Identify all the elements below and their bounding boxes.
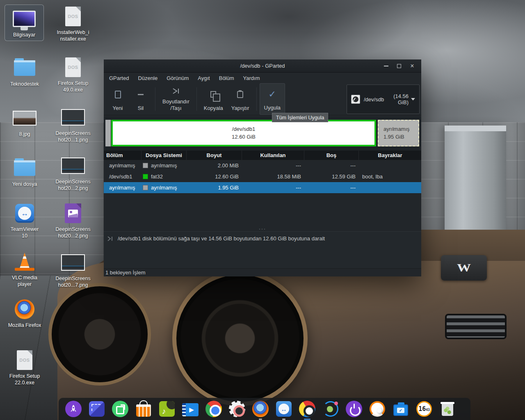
dock-trash-button[interactable]	[439, 401, 456, 417]
firefox-icon	[252, 401, 269, 417]
device-selector[interactable]: /dev/sdb (14.56 GiB)	[347, 84, 420, 114]
folder-icon	[14, 160, 35, 176]
desktop-screen: W Bilgisayar DOS InstallerWeb_installer.…	[0, 0, 525, 420]
column-header-free[interactable]: Boş	[304, 151, 359, 160]
dock-clock[interactable]: 1643	[416, 401, 432, 417]
apply-operations-button[interactable]: ✓ Uygula	[260, 83, 285, 115]
minimize-icon	[384, 66, 388, 66]
copy-icon	[210, 91, 216, 98]
maximize-icon	[397, 64, 401, 68]
car-badge-letter: W	[457, 262, 471, 274]
toolbar-separator	[256, 87, 257, 111]
dock: ♪ ▶ ↔ ✓ 1643	[59, 398, 470, 420]
teamviewer-icon: ↔	[276, 401, 292, 417]
desktop-icon-teamviewer[interactable]: ↔ TeamViewer10	[5, 203, 44, 240]
desktop-icon-computer[interactable]: Bilgisayar	[5, 5, 44, 41]
close-icon: ×	[410, 63, 414, 69]
fs-color-chip	[143, 174, 148, 179]
menu-aygit[interactable]: Aygıt	[193, 74, 214, 82]
new-partition-button[interactable]: Yeni	[106, 83, 129, 115]
partition-bar-sdb1[interactable]: /dev/sdb1 12.60 GiB	[111, 120, 376, 146]
music-icon: ♪	[159, 401, 175, 417]
dock-app-store-button[interactable]	[135, 401, 152, 417]
rocket-launcher-icon	[65, 401, 82, 417]
apply-tooltip: Tüm İşlemleri Uygula	[272, 113, 328, 122]
dock-print-manager-button[interactable]: ✓	[393, 401, 409, 417]
dock-file-manager-button[interactable]	[89, 401, 105, 417]
pane-resize-handle[interactable]: ···	[104, 226, 421, 231]
desktop-icon-firefox-setup-22[interactable]: DOS Firefox Setup22.0.exe	[5, 349, 44, 386]
screenshot-thumbnail-icon	[61, 158, 85, 174]
table-row-unallocated-2-selected[interactable]: ayrılmamış ayrılmamış 1.95 GiB --- ---	[104, 182, 421, 193]
column-header-used[interactable]: Kullanılan	[242, 151, 304, 160]
desktop-icon-vlc[interactable]: VLC mediaplayer	[5, 251, 44, 288]
toolbar: Yeni Sil Boyutlandır/Taşı Kopyala Yapışt…	[104, 83, 421, 115]
fs-color-chip	[143, 163, 148, 168]
menu-yardim[interactable]: Yardım	[239, 74, 265, 82]
dock-firefox-button[interactable]	[252, 401, 269, 417]
column-header-size[interactable]: Boyut	[187, 151, 242, 160]
resize-arrow-icon	[171, 88, 181, 94]
dock-shutdown-button[interactable]	[346, 401, 362, 417]
desktop-icon-screenshot-7[interactable]: DeepinScreenshot20...7.png	[53, 252, 93, 289]
image-file-icon	[65, 203, 81, 223]
movie-player-icon: ▶	[182, 403, 199, 416]
partition-bar-unallocated[interactable]: ayrılmamış 1.95 GiB	[378, 120, 419, 146]
desktop-icon-screenshot-2[interactable]: DeepinScreenshot20...2.png	[53, 155, 93, 192]
dock-screenshot-button[interactable]	[322, 401, 339, 417]
delete-partition-button[interactable]: Sil	[129, 83, 152, 115]
dock-gparted-button[interactable]	[299, 401, 315, 417]
window-titlebar[interactable]: /dev/sdb - GParted ×	[104, 59, 421, 73]
folder-icon	[14, 60, 35, 76]
resize-move-button[interactable]: Boyutlandır/Taşı	[158, 83, 194, 115]
table-row-unallocated-1[interactable]: ayrılmamış ayrılmamış 2.00 MiB --- ---	[104, 160, 421, 171]
column-header-filesystem[interactable]: Dosya Sistemi	[142, 151, 187, 160]
desktop-icon-teknodestek-folder[interactable]: Teknodestek	[5, 57, 44, 87]
running-indicator	[282, 419, 285, 420]
status-bar: 1 bekleyen İşlem	[104, 269, 421, 276]
volume-knob-icon	[370, 401, 385, 417]
dock-movie-button[interactable]: ▶	[182, 401, 199, 417]
color-wheel-icon	[299, 401, 315, 417]
pending-operation-item[interactable]: /dev/sdb1 disk bölümünü sağa taşı ve 14.…	[104, 232, 421, 245]
table-row-sdb1[interactable]: /dev/sdb1 fat32 12.60 GiB 18.58 MiB 12.5…	[104, 171, 421, 182]
desktop-icon-label: Bilgisayar	[5, 32, 43, 38]
copy-button[interactable]: Kopyala	[200, 83, 227, 115]
fs-color-chip	[143, 185, 148, 190]
desktop-icon-screenshot-1[interactable]: DeepinScreenshot20...1.png	[53, 107, 93, 144]
clock-icon: 1643	[416, 401, 432, 417]
dock-teamviewer-button[interactable]: ↔	[276, 401, 292, 417]
menu-duzenle[interactable]: Düzenle	[133, 74, 162, 82]
desktop-icon-yeni-dosya-folder[interactable]: Yeni dosya	[5, 158, 44, 187]
menu-bolum[interactable]: Bölüm	[215, 74, 239, 82]
toolbar-separator	[196, 87, 197, 111]
paste-button[interactable]: Yapıştır	[227, 83, 253, 115]
running-indicator	[259, 419, 262, 420]
desktop-icon-installerweb-exe[interactable]: DOS InstallerWeb_installer.exe	[53, 6, 93, 43]
desktop-icon-firefox-setup-49[interactable]: DOS Firefox Setup49.0.exe	[53, 57, 93, 94]
desktop-icon-screenshot-purple[interactable]: DeepinScreenshot20...2.png	[53, 203, 93, 240]
menu-gorunum[interactable]: Görünüm	[162, 74, 193, 82]
menu-gparted[interactable]: GParted	[105, 74, 133, 82]
column-header-partition[interactable]: Bölüm	[104, 151, 142, 160]
photo-thumbnail-icon	[13, 111, 37, 126]
close-button[interactable]: ×	[406, 59, 419, 73]
minimize-button[interactable]	[379, 59, 393, 73]
paste-icon	[237, 91, 243, 98]
wallpaper-car-front-wheel	[48, 283, 151, 386]
dock-control-center-button[interactable]	[229, 401, 245, 417]
maximize-button[interactable]	[393, 59, 406, 73]
partition-bar-unallocated-sliver[interactable]	[105, 120, 111, 146]
partition-visual-bar: /dev/sdb1 12.60 GiB ayrılmamış 1.95 GiB	[104, 117, 421, 151]
dock-volume-button[interactable]	[369, 401, 386, 417]
desktop-icon-mozilla-firefox[interactable]: Mozilla Firefox	[5, 299, 44, 329]
chevron-down-icon	[411, 98, 415, 100]
dock-green-app-button[interactable]	[112, 401, 128, 417]
screenshot-thumbnail-icon	[61, 109, 85, 126]
dock-chrome-button[interactable]	[205, 401, 222, 417]
dock-launcher-button[interactable]	[65, 401, 82, 417]
dock-music-button[interactable]: ♪	[159, 401, 175, 417]
desktop-icon-8-jpg[interactable]: 8.jpg	[5, 107, 44, 137]
column-header-flags[interactable]: Bayraklar	[359, 151, 421, 160]
file-manager-icon	[89, 401, 105, 417]
